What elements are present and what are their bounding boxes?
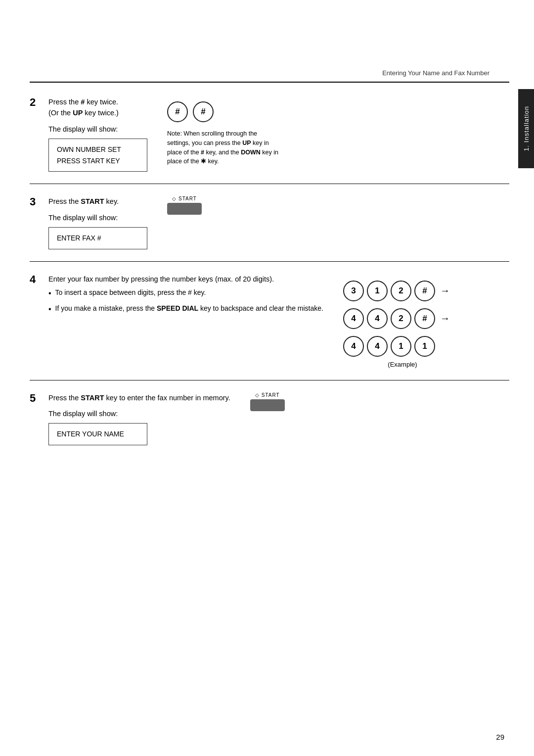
step-2-hash-keys: # #: [167, 101, 214, 122]
step-5-row: 5 Press the START key to enter the fax n…: [30, 392, 509, 445]
key-4a: 4: [343, 308, 364, 329]
step-5-start-area: ◇ START: [250, 392, 285, 411]
step-2-note: Note: When scrolling through the setting…: [167, 129, 281, 166]
step-5-start-word: START: [81, 394, 104, 402]
step-4-bullet-2: If you make a mistake, press the SPEED D…: [48, 303, 323, 315]
step-4-instruction: Enter your fax number by pressing the nu…: [48, 274, 323, 284]
step-3-number: 3: [30, 196, 44, 208]
step-3-display-area: The display will show: ENTER FAX #: [48, 212, 147, 249]
step-2-up-label: UP: [73, 109, 83, 117]
step-3-display-line1: ENTER FAX #: [57, 233, 139, 243]
key-3: 3: [343, 281, 364, 301]
step-4-bullets: To insert a space between digits, press …: [48, 287, 323, 315]
step-3-start-label-text: ◇ START: [172, 196, 197, 201]
main-content: Entering Your Name and Fax Number 2 Pres…: [30, 69, 509, 726]
step-3-start-button-shape: [167, 203, 202, 215]
step-4-bullet-1: To insert a space between digits, press …: [48, 287, 323, 299]
step-2-cols: Press the # key twice. (Or the UP key tw…: [48, 96, 509, 172]
divider-2-3: [30, 184, 509, 184]
step-2-row: 2 Press the # key twice. (Or the UP key …: [30, 96, 509, 172]
step-3-display-box: ENTER FAX #: [48, 227, 147, 249]
header-title: Entering Your Name and Fax Number: [382, 69, 490, 77]
step-3-start-label: START: [81, 197, 104, 205]
step-3-left: Press the START key. The display will sh…: [48, 196, 147, 249]
step-5-display-box: ENTER YOUR NAME: [48, 423, 147, 445]
step-2-right: # # Note: When scrolling through the set…: [157, 96, 286, 166]
key-2b: 2: [391, 308, 411, 329]
step-3-display-label: The display will show:: [48, 212, 147, 223]
step-2-instruction: Press the # key twice. (Or the UP key tw…: [48, 96, 147, 119]
step-3-cols: Press the START key. The display will sh…: [48, 196, 509, 249]
step-4-row: 4 Enter your fax number by pressing the …: [30, 274, 509, 368]
step-4-left: Enter your fax number by pressing the nu…: [48, 274, 323, 319]
step-4-example-label: (Example): [343, 361, 462, 368]
step-4-cols: Enter your fax number by pressing the nu…: [48, 274, 509, 368]
page-number: 29: [496, 733, 504, 741]
key-1a: 1: [391, 336, 411, 357]
step-5-number: 5: [30, 392, 44, 404]
step-2-display-line2: PRESS START KEY: [57, 155, 139, 166]
key-4c: 4: [343, 336, 364, 357]
step-5-content: Press the START key to enter the fax num…: [48, 392, 509, 445]
start-diamond-icon: ◇: [172, 196, 177, 201]
bullet-2-text: If you make a mistake, press the SPEED D…: [55, 303, 323, 314]
step-4-right: 3 1 2 # → 4 4 2 # →: [333, 274, 462, 368]
step-5-start-text: START: [262, 392, 280, 398]
bullet-1-text: To insert a space between digits, press …: [55, 287, 206, 298]
key-4d: 4: [367, 336, 388, 357]
step-3-row: 3 Press the START key. The display will …: [30, 196, 509, 249]
step-2-number: 2: [30, 96, 44, 108]
divider-3-4: [30, 261, 509, 262]
step-4-key-rows: 3 1 2 # → 4 4 2 # →: [343, 279, 450, 359]
step-5-left: Press the START key to enter the fax num…: [48, 392, 230, 445]
step-3-right: ◇ START: [157, 196, 286, 218]
step-3-start-area: ◇ START: [167, 196, 202, 215]
key-hash-1: #: [414, 281, 435, 301]
step-5-display-area: The display will show: ENTER YOUR NAME: [48, 408, 230, 445]
step-2-display-area: The display will show: OWN NUMBER SET PR…: [48, 124, 147, 172]
step-4-content: Enter your fax number by pressing the nu…: [48, 274, 509, 368]
step-2-display-label: The display will show:: [48, 124, 147, 135]
start-diamond-icon-5: ◇: [255, 392, 260, 398]
step-3-content: Press the START key. The display will sh…: [48, 196, 509, 249]
step-5-start-button-shape: [250, 399, 285, 411]
key-1b: 1: [414, 336, 435, 357]
step-2-display-line1: OWN NUMBER SET: [57, 144, 139, 155]
step-5-cols: Press the START key to enter the fax num…: [48, 392, 509, 445]
step-4-key-row-3: 4 4 1 1: [343, 336, 450, 357]
step-4-key-row-2: 4 4 2 # →: [343, 308, 450, 329]
step-2-display-box: OWN NUMBER SET PRESS START KEY: [48, 139, 147, 172]
divider-4-5: [30, 380, 509, 380]
step-5-display-label: The display will show:: [48, 408, 230, 419]
side-tab: 1. Installation: [518, 89, 534, 168]
key-2: 2: [391, 281, 411, 301]
step-5-right: ◇ START: [240, 392, 369, 414]
step-2-hash-key-2: #: [193, 101, 214, 122]
step-4-key-row-1: 3 1 2 # →: [343, 281, 450, 301]
step-5-instruction: Press the START key to enter the fax num…: [48, 392, 230, 403]
step-2-hash-key-1: #: [167, 101, 188, 122]
step-3-instruction: Press the START key.: [48, 196, 147, 207]
arrow-1: →: [440, 285, 450, 296]
key-hash-2: #: [414, 308, 435, 329]
key-4b: 4: [367, 308, 388, 329]
step-2-left: Press the # key twice. (Or the UP key tw…: [48, 96, 147, 172]
key-1: 1: [367, 281, 388, 301]
step-3-start-text: START: [178, 196, 197, 201]
page-header: Entering Your Name and Fax Number: [30, 69, 509, 83]
step-2-content: Press the # key twice. (Or the UP key tw…: [48, 96, 509, 172]
arrow-2: →: [440, 313, 450, 324]
step-5-display-line1: ENTER YOUR NAME: [57, 428, 139, 439]
step-5-start-label-text: ◇ START: [255, 392, 280, 398]
side-tab-label: 1. Installation: [523, 106, 530, 151]
step-4-number: 4: [30, 274, 44, 285]
